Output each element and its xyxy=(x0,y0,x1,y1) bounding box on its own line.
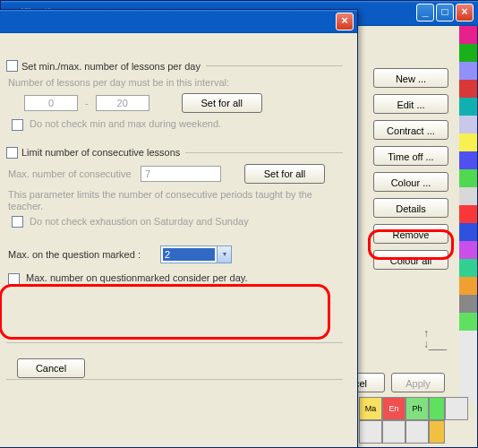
timetable-grid-fragment: Ma En Ph xyxy=(359,397,478,444)
label-max-question-marked: Max. on the question marked : xyxy=(8,249,151,260)
remove-button[interactable]: Remove xyxy=(373,224,448,244)
grid-cell xyxy=(445,397,468,420)
hint-interval: Number of lessons per day must be in thi… xyxy=(8,77,343,88)
grid-cell xyxy=(429,397,445,420)
checkbox-per-day[interactable] xyxy=(8,273,20,285)
label-no-weekend: Do not check min and max during weekend. xyxy=(30,118,221,129)
time-off-button[interactable]: Time off ... xyxy=(373,146,448,166)
checkbox-no-weekend[interactable] xyxy=(12,119,23,131)
grid-cell-ph: Ph xyxy=(405,397,429,420)
reorder-arrows: ↑ ↓___ xyxy=(423,328,447,349)
details-button[interactable]: Details xyxy=(373,198,448,218)
background-close-button[interactable]: × xyxy=(456,4,474,22)
chevron-down-icon: ▾ xyxy=(217,246,231,263)
input-max-lessons[interactable]: 20 xyxy=(96,95,149,111)
combo-max-question-marked[interactable]: 2 ▾ xyxy=(160,246,232,263)
grid-cell xyxy=(359,420,382,444)
input-min-lessons[interactable]: 0 xyxy=(24,95,78,111)
colour-button[interactable]: Colour ... xyxy=(373,172,448,192)
desc-consecutive: This parameter limits the number of cons… xyxy=(8,189,343,212)
dash: - xyxy=(85,98,89,108)
grid-cell-ma: Ma xyxy=(359,397,382,420)
colour-all-button[interactable]: Colour all xyxy=(373,250,448,270)
section-consecutive: Limit number of consecutive lessons Max.… xyxy=(6,147,343,228)
label-no-satsun: Do not check exhaustion on Saturday and … xyxy=(30,216,249,227)
section-question-marked: Max. on the question marked : 2 ▾ Max. n… xyxy=(6,246,343,285)
label-per-day: Max. number on questionmarked consider p… xyxy=(26,272,247,283)
grid-cell-en: En xyxy=(382,397,405,420)
right-button-panel: New ... Edit ... Contract ... Time off .… xyxy=(373,68,448,276)
combo-selected-value: 2 xyxy=(163,248,215,261)
color-strip xyxy=(459,26,477,448)
grid-cell xyxy=(405,420,429,444)
checkbox-limit-consecutive[interactable] xyxy=(6,147,18,159)
input-max-consecutive[interactable]: 7 xyxy=(141,166,221,182)
checkbox-no-satsun[interactable] xyxy=(12,216,23,228)
set-for-all-button-1[interactable]: Set for all xyxy=(182,93,262,113)
section-lessons-per-day: Set min./max. number of lessons per day … xyxy=(6,60,343,131)
grid-cell xyxy=(429,420,445,444)
foreground-dialog: × Set min./max. number of lessons per da… xyxy=(0,9,358,448)
dialog-close-button[interactable]: × xyxy=(336,13,354,30)
arrow-down-icon[interactable]: ↓___ xyxy=(423,339,447,349)
question-marked-highlight xyxy=(0,284,330,340)
edit-button[interactable]: Edit ... xyxy=(373,94,448,114)
apply-button: Apply xyxy=(391,373,445,392)
dialog-titlebar: × xyxy=(0,10,357,33)
grid-cell xyxy=(382,420,405,444)
checkbox-set-min-max[interactable] xyxy=(6,60,18,72)
minimize-button[interactable]: _ xyxy=(416,4,434,22)
maximize-button[interactable]: □ xyxy=(436,4,454,22)
new-button[interactable]: New ... xyxy=(373,68,448,88)
label-max-consecutive: Max. number of consecutive xyxy=(8,168,133,179)
dialog-body: Set min./max. number of lessons per day … xyxy=(0,33,357,391)
label-limit-consecutive: Limit number of consecutive lessons xyxy=(21,147,180,158)
contract-button[interactable]: Contract ... xyxy=(373,120,448,140)
set-for-all-button-2[interactable]: Set for all xyxy=(244,164,325,184)
cancel-button[interactable]: Cancel xyxy=(17,358,85,378)
label-set-min-max: Set min./max. number of lessons per day xyxy=(21,61,201,72)
